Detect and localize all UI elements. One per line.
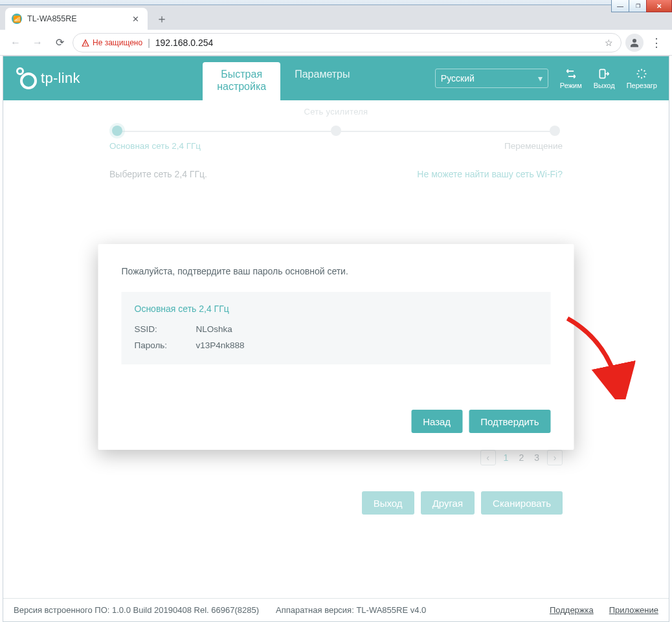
tab-parameters[interactable]: Параметры bbox=[280, 62, 364, 100]
reboot-icon bbox=[635, 67, 648, 80]
confirm-password-dialog: Пожалуйста, подтвердите ваш пароль основ… bbox=[98, 244, 574, 450]
profile-avatar-button[interactable] bbox=[625, 34, 644, 52]
dialog-password-value: v13P4nk888 bbox=[196, 340, 245, 350]
favicon-icon: 📶 bbox=[12, 14, 22, 24]
nav-forward-button[interactable]: → bbox=[28, 34, 47, 52]
browser-tabstrip: 📶 TL-WA855RE ✕ ＋ bbox=[0, 5, 672, 30]
chevron-down-icon: ▾ bbox=[538, 73, 543, 83]
mode-icon bbox=[565, 67, 577, 80]
brand-logo: tp-link bbox=[15, 67, 80, 89]
dialog-network-box: Основная сеть 2,4 ГГц SSID: NLOshka Паро… bbox=[122, 292, 551, 364]
firmware-version: Версия встроенного ПО: 1.0.0 Build 20190… bbox=[14, 605, 259, 615]
dialog-network-label: Основная сеть 2,4 ГГц bbox=[135, 304, 538, 314]
dialog-ssid-value: NLOshka bbox=[196, 324, 232, 334]
brand-text: tp-link bbox=[41, 70, 80, 87]
bookmark-star-icon[interactable]: ☆ bbox=[605, 38, 613, 48]
back-button[interactable]: Назад bbox=[411, 410, 462, 433]
exit-icon bbox=[598, 67, 610, 80]
browser-tab-title: TL-WA855RE bbox=[27, 14, 77, 23]
nav-reload-button[interactable]: ⟳ bbox=[50, 34, 69, 52]
language-select[interactable]: Русский ▾ bbox=[435, 69, 548, 88]
address-bar[interactable]: Не защищено | 192.168.0.254 ☆ bbox=[73, 33, 622, 52]
language-value: Русский bbox=[441, 73, 475, 83]
hardware-version: Аппаратная версия: TL-WA855RE v4.0 bbox=[276, 605, 426, 615]
header-tabs: Быстрая настройка Параметры bbox=[203, 62, 364, 100]
address-text: 192.168.0.254 bbox=[155, 38, 214, 48]
exit-button[interactable]: Выход bbox=[594, 67, 615, 89]
window-close-button[interactable] bbox=[646, 0, 672, 12]
tab-close-icon[interactable]: ✕ bbox=[130, 13, 141, 25]
main-content: Сеть усилителя Основная сеть 2,4 ГГц Пер… bbox=[3, 100, 669, 598]
page-frame: tp-link Быстрая настройка Параметры Русс… bbox=[3, 56, 669, 622]
app-header: tp-link Быстрая настройка Параметры Русс… bbox=[3, 56, 669, 100]
dialog-title: Пожалуйста, подтвердите ваш пароль основ… bbox=[122, 266, 551, 276]
nav-back-button[interactable]: ← bbox=[6, 34, 25, 52]
support-link[interactable]: Поддержка bbox=[550, 605, 594, 615]
footer: Версия встроенного ПО: 1.0.0 Build 20190… bbox=[3, 598, 669, 621]
dialog-actions: Назад Подтвердить bbox=[122, 410, 551, 433]
window-maximize-button[interactable] bbox=[629, 0, 647, 12]
address-separator: | bbox=[148, 38, 150, 48]
dialog-ssid-row: SSID: NLOshka bbox=[135, 324, 538, 334]
brand-logo-icon bbox=[15, 67, 37, 89]
browser-tab[interactable]: 📶 TL-WA855RE ✕ bbox=[5, 8, 148, 30]
reboot-button[interactable]: Перезагр bbox=[627, 67, 657, 89]
dialog-password-row: Пароль: v13P4nk888 bbox=[135, 340, 538, 350]
new-tab-button[interactable]: ＋ bbox=[153, 10, 171, 28]
insecure-label: Не защищено bbox=[93, 38, 142, 47]
window-minimize-button[interactable] bbox=[611, 0, 629, 12]
svg-rect-0 bbox=[600, 69, 605, 78]
confirm-button[interactable]: Подтвердить bbox=[469, 410, 550, 433]
insecure-icon: Не защищено bbox=[81, 38, 142, 47]
window-titlebar bbox=[0, 0, 672, 5]
browser-toolbar: ← → ⟳ Не защищено | 192.168.0.254 ☆ ⋮ bbox=[0, 30, 672, 56]
browser-menu-button[interactable]: ⋮ bbox=[647, 36, 666, 50]
app-link[interactable]: Приложение bbox=[609, 605, 658, 615]
mode-button[interactable]: Режим bbox=[560, 67, 582, 89]
tab-quick-setup[interactable]: Быстрая настройка bbox=[203, 62, 280, 100]
